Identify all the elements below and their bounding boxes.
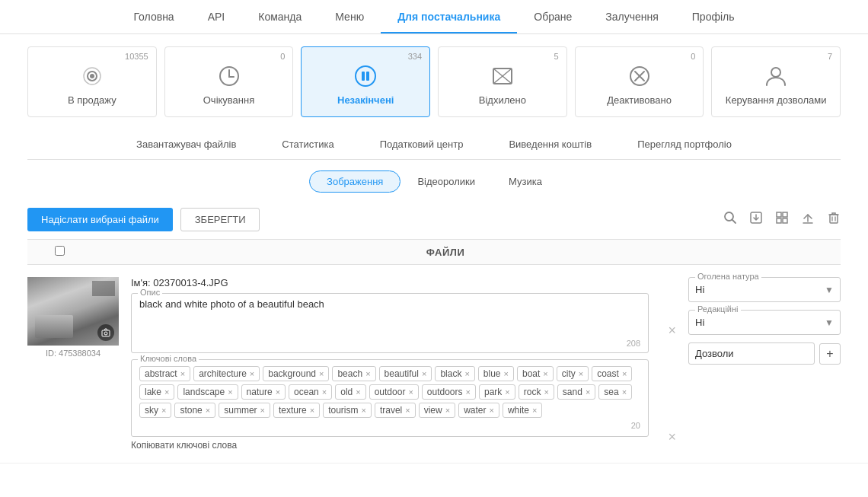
nude-select[interactable]: Hi [695, 281, 834, 298]
svg-rect-26 [830, 215, 838, 223]
editorial-label: Редакційні [695, 304, 741, 314]
description-textarea[interactable] [139, 298, 640, 336]
keyword-remove-icon[interactable]: × [206, 406, 210, 415]
keyword-tag: stone× [174, 403, 215, 418]
stat-label-deactivated: Деактивовано [588, 94, 691, 106]
keyword-remove-icon[interactable]: × [622, 369, 627, 378]
select-all-checkbox[interactable] [55, 246, 65, 256]
keyword-remove-icon[interactable]: × [408, 387, 413, 397]
keyword-remove-icon[interactable]: × [504, 369, 509, 378]
stat-pending[interactable]: 0 Очікування [164, 46, 294, 117]
description-close-icon[interactable]: × [668, 323, 676, 339]
keywords-container: abstract×architecture×background×beach×b… [139, 366, 640, 418]
keyword-remove-icon[interactable]: × [361, 406, 365, 415]
keyword-tag: abstract× [139, 366, 190, 381]
send-files-button[interactable]: Надіслати вибрані файли [27, 208, 173, 231]
submenu-tax[interactable]: Податковий центр [380, 139, 464, 150]
stat-count-deactivated: 0 [691, 52, 695, 61]
keyword-remove-icon[interactable]: × [586, 387, 590, 397]
stat-deactivated[interactable]: 0 Деактивовано [575, 46, 704, 117]
toolbar: Надіслати вибрані файли ЗБЕРЕГТИ [0, 200, 868, 239]
keyword-remove-icon[interactable]: × [322, 387, 327, 397]
svg-point-15 [771, 68, 780, 77]
keyword-tag: ocean× [289, 384, 332, 400]
keyword-remove-icon[interactable]: × [164, 387, 169, 397]
nav-supplier[interactable]: Для постачальника [381, 0, 517, 33]
add-permission-button[interactable]: + [819, 343, 841, 365]
file-row: ID: 475388034 Ім'я: 02370013-4.JPG Опис … [0, 265, 868, 464]
keyword-remove-icon[interactable]: × [505, 387, 509, 397]
keyword-remove-icon[interactable]: × [622, 387, 627, 397]
nav-favorites[interactable]: Обране [517, 0, 589, 33]
grid-icon[interactable] [775, 211, 789, 228]
keyword-remove-icon[interactable]: × [161, 406, 166, 415]
upload-icon[interactable] [801, 211, 815, 228]
keyword-tag: sea× [598, 384, 632, 400]
search-icon[interactable] [723, 211, 737, 228]
nav-engagement[interactable]: Залучення [589, 0, 675, 33]
person-icon [724, 62, 828, 90]
keyword-remove-icon[interactable]: × [319, 369, 324, 378]
submenu-statistics[interactable]: Статистика [282, 139, 333, 150]
keyword-remove-icon[interactable]: × [544, 387, 548, 397]
circle-x-icon [588, 62, 691, 90]
keyword-tag: sky× [139, 403, 171, 418]
keyword-remove-icon[interactable]: × [405, 406, 410, 415]
stat-label-incomplete: Незакінчені [314, 94, 417, 106]
tab-images[interactable]: Зображення [309, 170, 400, 193]
submenu-portfolio[interactable]: Перегляд портфоліо [637, 139, 732, 150]
table-header: ФАЙЛИ [27, 239, 841, 265]
keyword-remove-icon[interactable]: × [365, 369, 370, 378]
submenu: Завантажувач файлів Статистика Податкови… [27, 129, 841, 160]
keyword-remove-icon[interactable]: × [260, 406, 265, 415]
keyword-remove-icon[interactable]: × [228, 387, 232, 397]
stat-incomplete[interactable]: 334 Незакінчені [301, 46, 430, 117]
keyword-remove-icon[interactable]: × [250, 369, 254, 378]
files-column-header: ФАЙЛИ [78, 247, 813, 258]
stat-label-permissions: Керування дозволами [724, 94, 828, 106]
keyword-tag: blue× [478, 366, 514, 381]
nav-home[interactable]: Головна [116, 0, 190, 33]
editorial-select[interactable]: Hi [695, 314, 834, 331]
permissions-select[interactable]: Дозволи [688, 342, 815, 365]
keyword-remove-icon[interactable]: × [466, 387, 471, 397]
stat-permissions[interactable]: 7 Керування дозволами [711, 46, 841, 117]
nav-api[interactable]: API [191, 0, 242, 33]
nav-menu[interactable]: Меню [318, 0, 381, 33]
nav-team[interactable]: Команда [241, 0, 318, 33]
submenu-payout[interactable]: Виведення коштів [509, 139, 592, 150]
keywords-close-icon[interactable]: × [668, 429, 676, 445]
stat-on-sale[interactable]: 10355 В продажу [27, 46, 157, 117]
file-details: Ім'я: 02370013-4.JPG Опис 208 Ключові сл… [131, 277, 649, 451]
keyword-remove-icon[interactable]: × [490, 406, 494, 415]
trash-icon[interactable] [827, 211, 841, 228]
download-icon[interactable] [749, 211, 763, 228]
keyword-remove-icon[interactable]: × [445, 406, 450, 415]
keyword-remove-icon[interactable]: × [276, 387, 280, 397]
keyword-remove-icon[interactable]: × [464, 369, 469, 378]
tab-videos[interactable]: Відеоролики [400, 170, 492, 193]
keyword-tag: landscape× [177, 384, 238, 400]
stat-count-incomplete: 334 [408, 52, 422, 61]
keyword-remove-icon[interactable]: × [310, 406, 314, 415]
submenu-uploader[interactable]: Завантажувач файлів [136, 139, 236, 150]
save-button[interactable]: ЗБЕРЕГТИ [180, 208, 260, 231]
keyword-remove-icon[interactable]: × [356, 387, 360, 397]
keyword-remove-icon[interactable]: × [543, 369, 547, 378]
keyword-remove-icon[interactable]: × [422, 369, 426, 378]
copy-keywords-link[interactable]: Копіювати ключові слова [131, 440, 649, 451]
keyword-remove-icon[interactable]: × [180, 369, 185, 378]
svg-point-2 [90, 74, 94, 78]
keyword-tag: summer× [219, 403, 270, 418]
svg-rect-29 [102, 330, 110, 336]
keyword-remove-icon[interactable]: × [579, 369, 583, 378]
keyword-tag: travel× [375, 403, 416, 418]
stat-rejected[interactable]: 5 Відхилено [438, 46, 567, 117]
keywords-group: Ключові слова abstract×architecture×back… [131, 359, 649, 437]
svg-rect-20 [777, 212, 781, 217]
file-right-panel: Оголена натура Hi ▼ Редакційні Hi ▼ Дозв… [688, 277, 841, 451]
description-label: Опис [138, 288, 162, 297]
keyword-remove-icon[interactable]: × [532, 406, 537, 415]
nav-profile[interactable]: Профіль [675, 0, 752, 33]
tab-music[interactable]: Музика [492, 170, 559, 193]
